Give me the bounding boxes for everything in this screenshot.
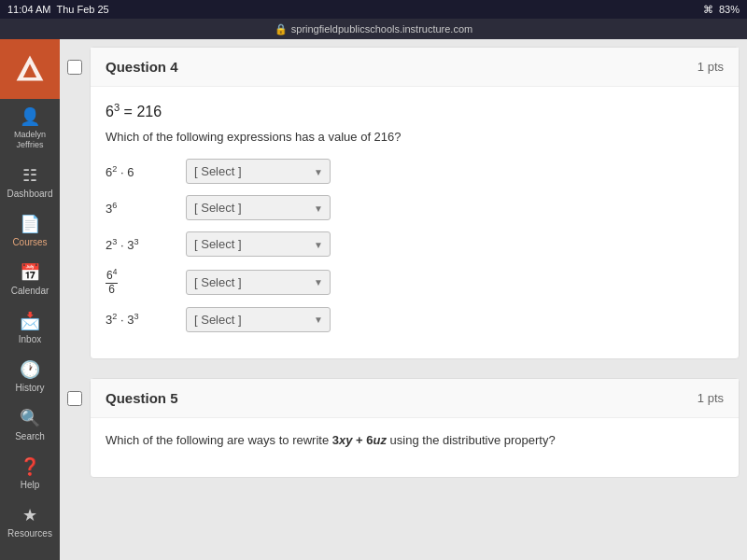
expr-label-3: 23 · 33 xyxy=(106,237,171,252)
question5-checkbox-wrapper xyxy=(67,378,90,487)
select-5[interactable]: [ Select ] True False xyxy=(186,307,331,332)
question5-row: Question 5 1 pts Which of the following … xyxy=(67,378,740,487)
url-bar: 🔒 springfieldpublicschools.instructure.c… xyxy=(0,19,747,39)
expr-label-1: 62 · 6 xyxy=(106,164,171,179)
expr-row-5: 32 · 33 [ Select ] True False ▼ xyxy=(106,307,724,332)
resources-icon: ★ xyxy=(22,505,37,525)
sidebar-user-label: MadelynJeffries xyxy=(14,130,46,150)
sidebar-courses-label: Courses xyxy=(12,237,47,247)
sidebar-item-inbox[interactable]: 📩 Inbox xyxy=(0,303,60,352)
sidebar-item-help[interactable]: ❓ Help xyxy=(0,449,60,497)
question5-pts: 1 pts xyxy=(698,391,724,405)
content-area: Question 4 1 pts 63 = 216 Which of the f… xyxy=(60,39,747,560)
sidebar-item-resources[interactable]: ★ Resources xyxy=(0,497,60,546)
sidebar: 👤 MadelynJeffries ☷ Dashboard 📄 Courses … xyxy=(0,39,60,560)
history-icon: 🕐 xyxy=(20,359,40,380)
select-wrapper-1: [ Select ] True False ▼ xyxy=(186,159,331,184)
sidebar-item-dashboard[interactable]: ☷ Dashboard xyxy=(0,158,60,206)
sidebar-item-courses[interactable]: 📄 Courses xyxy=(0,206,60,255)
fraction-label: 64 6 xyxy=(106,268,118,295)
sidebar-calendar-label: Calendar xyxy=(11,286,49,296)
main-layout: 👤 MadelynJeffries ☷ Dashboard 📄 Courses … xyxy=(0,39,747,560)
question4-row: Question 4 1 pts 63 = 216 Which of the f… xyxy=(67,47,740,369)
question4-text: Which of the following expressions has a… xyxy=(106,130,724,144)
question5-title: Question 5 xyxy=(106,390,178,406)
sidebar-item-user[interactable]: 👤 MadelynJeffries xyxy=(0,99,60,158)
sidebar-item-search[interactable]: 🔍 Search xyxy=(0,400,60,449)
sidebar-help-label: Help xyxy=(21,480,40,490)
status-left: 11:04 AM Thu Feb 25 xyxy=(7,4,109,15)
url-text: springfieldpublicschools.instructure.com xyxy=(291,23,472,35)
question4-body: 63 = 216 Which of the following expressi… xyxy=(91,87,739,358)
date: Thu Feb 25 xyxy=(56,4,108,15)
time: 11:04 AM xyxy=(7,4,50,15)
sidebar-item-back[interactable]: ← xyxy=(0,546,60,560)
courses-icon: 📄 xyxy=(20,214,40,234)
expr-row-2: 36 [ Select ] True False ▼ xyxy=(106,195,724,220)
select-wrapper-3: [ Select ] True False ▼ xyxy=(186,231,331,257)
question4-title: Question 4 xyxy=(106,59,178,75)
select-wrapper-5: [ Select ] True False ▼ xyxy=(186,307,331,332)
back-icon: ← xyxy=(21,553,38,560)
question4-math: 63 = 216 xyxy=(106,102,724,120)
sidebar-logo xyxy=(0,39,60,99)
expr-row-3: 23 · 33 [ Select ] True False ▼ xyxy=(106,231,724,257)
battery: 83% xyxy=(719,4,740,15)
sidebar-history-label: History xyxy=(15,383,44,393)
question4-pts: 1 pts xyxy=(698,60,724,74)
sidebar-inbox-label: Inbox xyxy=(19,334,41,344)
expr-row-1: 62 · 6 [ Select ] True False ▼ xyxy=(106,159,724,184)
select-3[interactable]: [ Select ] True False xyxy=(186,231,331,257)
question5-body: Which of the following are ways to rewri… xyxy=(91,418,739,477)
expr-label-2: 36 xyxy=(106,201,171,216)
expr-label-4: 64 6 xyxy=(106,268,171,295)
sidebar-resources-label: Resources xyxy=(7,528,52,539)
select-4[interactable]: [ Select ] True False xyxy=(186,270,331,295)
status-bar: 11:04 AM Thu Feb 25 ⌘ 83% xyxy=(0,0,747,19)
question4-header: Question 4 1 pts xyxy=(91,48,739,87)
select-wrapper-2: [ Select ] True False ▼ xyxy=(186,195,331,220)
wifi-icon: ⌘ xyxy=(703,4,713,16)
question4-card: Question 4 1 pts 63 = 216 Which of the f… xyxy=(90,47,740,359)
status-right: ⌘ 83% xyxy=(703,4,740,16)
expr-label-5: 32 · 33 xyxy=(106,312,171,327)
search-icon: 🔍 xyxy=(20,408,40,428)
inbox-icon: 📩 xyxy=(20,311,40,331)
calendar-icon: 📅 xyxy=(20,262,40,283)
question5-card: Question 5 1 pts Which of the following … xyxy=(90,378,740,478)
question4-checkbox-wrapper xyxy=(67,47,90,369)
lock-icon: 🔒 xyxy=(275,23,288,35)
select-1[interactable]: [ Select ] True False xyxy=(186,159,331,184)
sidebar-item-calendar[interactable]: 📅 Calendar xyxy=(0,255,60,303)
dashboard-icon: ☷ xyxy=(22,165,37,186)
question5-header: Question 5 1 pts xyxy=(91,379,739,418)
question5-text: Which of the following are ways to rewri… xyxy=(106,433,724,447)
select-wrapper-4: [ Select ] True False ▼ xyxy=(186,270,331,295)
help-icon: ❓ xyxy=(20,456,40,477)
user-icon: 👤 xyxy=(20,106,40,127)
sidebar-item-history[interactable]: 🕐 History xyxy=(0,352,60,400)
sidebar-search-label: Search xyxy=(15,431,45,441)
select-2[interactable]: [ Select ] True False xyxy=(186,195,331,220)
question5-checkbox[interactable] xyxy=(67,391,82,406)
expr-row-4: 64 6 [ Select ] True False ▼ xyxy=(106,268,724,295)
sidebar-dashboard-label: Dashboard xyxy=(7,189,53,199)
question4-checkbox[interactable] xyxy=(67,60,82,75)
